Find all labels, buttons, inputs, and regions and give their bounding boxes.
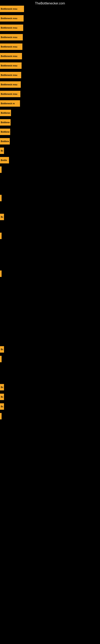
bar-container bbox=[0, 356, 1, 362]
bar-container: Bottleneck re bbox=[0, 119, 11, 126]
bottleneck-bar[interactable]: Bottleneck resu bbox=[0, 62, 22, 69]
bar-container: Bottleneck re bbox=[0, 100, 20, 107]
bottleneck-bar[interactable]: Bo bbox=[0, 148, 4, 154]
bar-container: Bo bbox=[0, 148, 4, 154]
bottleneck-bar[interactable]: Bottleneck r bbox=[0, 128, 10, 135]
bottleneck-bar[interactable]: Bottleneck resu bbox=[0, 6, 24, 12]
bottleneck-bar[interactable]: Bottleneck resu bbox=[0, 81, 21, 88]
bottleneck-bar[interactable]: Bottleneck resu bbox=[0, 15, 24, 22]
bar-container: Bo bbox=[0, 394, 4, 400]
bottleneck-bar[interactable]: Bottleneck resu bbox=[0, 24, 23, 31]
bar-label: Bottleneck resu bbox=[1, 55, 17, 57]
bar-container: Bottleneck resu bbox=[0, 81, 21, 88]
bar-container: Bottleneck resu bbox=[0, 15, 24, 22]
bottleneck-bar[interactable]: Bottleneck resu bbox=[0, 91, 20, 97]
bar-label: Bo bbox=[1, 150, 3, 152]
bottleneck-bar[interactable]: Bottleneck resu bbox=[0, 34, 23, 40]
bar-label: Bottleneck resu bbox=[1, 83, 17, 86]
bottleneck-bar[interactable]: Bottleneck r bbox=[0, 110, 11, 116]
bottleneck-bar[interactable]: Bottleneck resu bbox=[0, 53, 22, 59]
bar-label: Bo bbox=[1, 396, 3, 398]
bar-container: Bo bbox=[0, 403, 4, 410]
bottleneck-bar[interactable]: Bo bbox=[0, 384, 4, 390]
bar-container: Bottleneck r bbox=[0, 110, 11, 116]
bar-container: Bottleneck resu bbox=[0, 53, 22, 59]
bar-label: Bottleneck resu bbox=[1, 17, 17, 20]
bottleneck-bar[interactable]: Bottleneck resu bbox=[0, 72, 21, 78]
bottleneck-bar[interactable] bbox=[0, 195, 1, 201]
bar-label: Bottlene bbox=[1, 140, 9, 142]
bottleneck-bar[interactable] bbox=[0, 233, 1, 239]
bar-label: Bottleneck re bbox=[1, 102, 15, 105]
bar-label: Bottleneck r bbox=[1, 112, 10, 114]
bar-container: Bottlene bbox=[0, 138, 10, 144]
bar-container: Bo bbox=[0, 346, 4, 352]
bar-container: Bo bbox=[0, 384, 4, 390]
bottleneck-bar[interactable]: Bottlene bbox=[0, 138, 10, 144]
bar-container: Bottleneck resu bbox=[0, 44, 22, 50]
bottleneck-bar[interactable]: Bottle bbox=[0, 157, 9, 164]
bottleneck-bar[interactable]: Bo bbox=[0, 403, 4, 410]
bar-label: Bottleneck resu bbox=[1, 46, 17, 48]
bar-label: Bottleneck resu bbox=[1, 8, 17, 10]
bottleneck-bar[interactable] bbox=[0, 270, 1, 277]
bar-label: Bo bbox=[1, 405, 3, 408]
bar-container: Bottleneck resu bbox=[0, 24, 23, 31]
bottleneck-bar[interactable] bbox=[0, 413, 1, 420]
bar-container bbox=[0, 233, 1, 239]
bar-container: Bottleneck resu bbox=[0, 91, 20, 97]
bar-label: Bottleneck resu bbox=[1, 93, 17, 95]
bar-container: Bottleneck resu bbox=[0, 34, 23, 40]
bottleneck-bar[interactable] bbox=[0, 166, 1, 173]
bar-container: Bo bbox=[0, 214, 4, 220]
bar-label: Bottleneck resu bbox=[1, 26, 17, 29]
bar-label: Bottle bbox=[1, 159, 7, 162]
bottleneck-bar[interactable] bbox=[0, 356, 1, 362]
bar-container bbox=[0, 166, 1, 173]
bar-container bbox=[0, 413, 1, 420]
bar-label: Bottleneck resu bbox=[1, 74, 17, 76]
bar-label: Bottleneck r bbox=[1, 130, 9, 133]
bottleneck-bar[interactable]: Bo bbox=[0, 214, 4, 220]
bar-label: Bottleneck resu bbox=[1, 36, 17, 38]
bar-label: Bo bbox=[1, 216, 3, 218]
bar-container: Bottleneck r bbox=[0, 128, 10, 135]
bar-container bbox=[0, 195, 1, 201]
bar-container bbox=[0, 270, 1, 277]
bar-label: Bo bbox=[1, 386, 3, 388]
bottleneck-bar[interactable]: Bottleneck re bbox=[0, 100, 20, 107]
bottleneck-bar[interactable]: Bo bbox=[0, 346, 4, 352]
bar-container: Bottleneck resu bbox=[0, 72, 21, 78]
bar-container: Bottleneck resu bbox=[0, 62, 22, 69]
bar-label: Bottleneck re bbox=[1, 121, 10, 124]
bottleneck-bar[interactable]: Bottleneck re bbox=[0, 119, 11, 126]
bottleneck-bar[interactable]: Bottleneck resu bbox=[0, 44, 22, 50]
bar-label: Bo bbox=[1, 348, 3, 350]
bar-container: Bottle bbox=[0, 157, 9, 164]
bottleneck-bar[interactable]: Bo bbox=[0, 394, 4, 400]
bar-container: Bottleneck resu bbox=[0, 6, 24, 12]
bar-label: Bottleneck resu bbox=[1, 64, 17, 67]
